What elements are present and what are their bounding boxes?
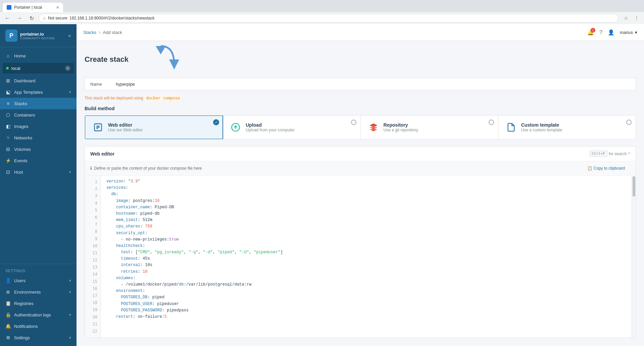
logo-icon: P: [5, 30, 17, 42]
editor-scrollbar-thumb: [633, 176, 635, 197]
info-icon: ℹ: [90, 166, 92, 171]
code-line: container_name: Piped-DB: [106, 204, 626, 211]
forward-button[interactable]: →: [15, 13, 24, 23]
images-label: Images: [14, 124, 29, 129]
copy-label: Copy to clipboard: [594, 166, 625, 171]
custom-template-title: Custom template: [521, 122, 629, 128]
build-card-custom-template[interactable]: Custom template Use a custom template: [498, 116, 636, 139]
sidebar-item-volumes[interactable]: ⊟ Volumes: [0, 143, 77, 155]
top-bar: Stacks > Add stack 🔔 1 ? 👤 marius ▾: [77, 24, 644, 41]
code-line: db:: [106, 191, 626, 198]
address-bar[interactable]: ⚠ Not secure 192.168.1.18:9000/#!/2/dock…: [39, 14, 618, 23]
sidebar-item-registries[interactable]: 📋 Registries: [0, 298, 77, 309]
build-card-upload[interactable]: Upload Upload from your computer: [223, 116, 360, 139]
sidebar-collapse-button[interactable]: «: [68, 33, 71, 39]
line-number: 19: [85, 306, 101, 313]
breadcrumb-stacks-link[interactable]: Stacks: [83, 30, 96, 35]
environment-status-dot: [6, 67, 9, 70]
help-button[interactable]: ?: [599, 30, 602, 36]
back-button[interactable]: ←: [3, 13, 12, 23]
profile-button[interactable]: 👤: [608, 29, 614, 36]
users-icon: 👤: [5, 278, 11, 283]
line-number: 2: [85, 185, 101, 192]
images-icon: ◧: [5, 124, 11, 129]
sidebar-item-environments[interactable]: ⊛ Environments ▾: [0, 286, 77, 298]
code-line: interval: 10s: [106, 262, 626, 268]
upload-title: Upload: [246, 122, 353, 128]
reload-button[interactable]: ↻: [27, 13, 36, 23]
notifications-bell-button[interactable]: 🔔 1: [587, 29, 594, 36]
build-card-web-editor[interactable]: Web editor Use our Web editor ✓: [85, 115, 223, 139]
browser-actions: ☆ ⋮: [621, 13, 641, 23]
app-templates-arrow-icon: ▾: [69, 90, 71, 94]
code-area[interactable]: version: "3.9"services: db: image: postg…: [101, 176, 632, 338]
custom-template-radio: [626, 120, 632, 125]
name-label: Name: [90, 82, 110, 87]
sidebar-item-dashboard[interactable]: ⊞ Dashboard: [0, 75, 77, 86]
name-input[interactable]: [116, 82, 630, 87]
sidebar-item-settings[interactable]: ⚙ Settings ▾: [0, 332, 77, 343]
code-line: timeout: 45s: [106, 256, 626, 262]
sidebar-item-host[interactable]: ⊡ Host ▾: [0, 166, 77, 178]
auth-logs-icon: 🔒: [5, 312, 11, 317]
sidebar-item-events[interactable]: ⚡ Events: [0, 155, 77, 166]
copy-clipboard-button[interactable]: 📋 Copy to clipboard: [582, 163, 630, 173]
environment-close-button[interactable]: ×: [65, 66, 70, 71]
sidebar-item-networks[interactable]: ⑂ Networks: [0, 132, 77, 143]
containers-label: Containers: [14, 113, 35, 118]
logo-edition: COMMUNITY EDITION: [20, 37, 55, 40]
sidebar-item-home[interactable]: ⌂ Home: [0, 50, 77, 61]
line-number: 1: [85, 178, 101, 185]
environment-header[interactable]: local ×: [3, 63, 74, 74]
line-number: 11: [85, 250, 101, 257]
tab-close-button[interactable]: ×: [56, 5, 59, 10]
repository-content: Repository Use a git repository: [384, 122, 491, 132]
stacks-label: Stacks: [14, 101, 27, 106]
sidebar-item-app-templates[interactable]: ⬕ App Templates ▾: [0, 86, 77, 98]
editor-scrollbar[interactable]: [632, 176, 636, 338]
search-help-icon[interactable]: ?: [628, 152, 630, 156]
url-display: 192.168.1.18:9000/#!/2/docker/stacks/new…: [69, 16, 155, 20]
code-line: image: postgres:16: [106, 198, 626, 204]
code-line: security_opt:: [106, 230, 626, 236]
main-content: Stacks > Add stack 🔔 1 ? 👤 marius ▾: [77, 24, 644, 346]
code-line: healthcheck:: [106, 243, 626, 249]
sidebar-item-users[interactable]: 👤 Users ▾: [0, 275, 77, 286]
settings-section-label: Settings: [0, 267, 77, 275]
registries-icon: 📋: [5, 301, 11, 306]
browser-tab-active[interactable]: Portainer | local ×: [3, 3, 63, 12]
extensions-button[interactable]: ⋮: [632, 13, 641, 23]
build-card-repository[interactable]: Repository Use a git repository: [361, 116, 498, 139]
sidebar-home-label: Home: [14, 53, 26, 58]
app-templates-icon: ⬕: [5, 89, 11, 95]
sidebar-item-images[interactable]: ◧ Images: [0, 121, 77, 132]
sidebar-item-containers[interactable]: ⬡ Containers: [0, 109, 77, 121]
users-arrow-icon: ▾: [69, 278, 71, 283]
dashboard-label: Dashboard: [14, 78, 36, 83]
notification-badge: 1: [591, 28, 595, 33]
editor-info-bar: ℹ Define or paste the content of your do…: [85, 161, 636, 176]
editor-header: Web editor Ctrl+F for search ?: [85, 146, 636, 161]
svg-marker-0: [156, 46, 166, 54]
user-menu[interactable]: marius ▾: [620, 30, 637, 35]
code-line: volumes:: [106, 275, 626, 282]
page-title: Create stack: [85, 55, 129, 64]
bookmark-button[interactable]: ☆: [621, 13, 631, 23]
networks-label: Networks: [14, 135, 32, 140]
notifications-label: Notifications: [14, 324, 38, 329]
browser-toolbar: ← → ↻ ⚠ Not secure 192.168.1.18:9000/#!/…: [0, 12, 644, 24]
line-number: 20: [85, 314, 101, 321]
breadcrumb-current: Add stack: [103, 30, 122, 35]
code-line: services:: [106, 185, 626, 191]
top-bar-left: Stacks > Add stack: [83, 30, 122, 35]
sidebar-item-auth-logs[interactable]: 🔒 Authentication logs ▾: [0, 309, 77, 320]
custom-template-content: Custom template Use a custom template: [521, 122, 629, 132]
custom-template-icon: [505, 121, 517, 133]
volumes-icon: ⊟: [5, 146, 11, 152]
auth-logs-arrow-icon: ▾: [69, 313, 71, 317]
auth-logs-label: Authentication logs: [14, 312, 51, 317]
sidebar-item-notifications[interactable]: 🔔 Notifications: [0, 320, 77, 332]
sidebar-item-stacks[interactable]: ≡ Stacks: [0, 98, 77, 109]
line-number: 5: [85, 207, 101, 214]
content-area: Create stack Name T: [77, 41, 644, 346]
